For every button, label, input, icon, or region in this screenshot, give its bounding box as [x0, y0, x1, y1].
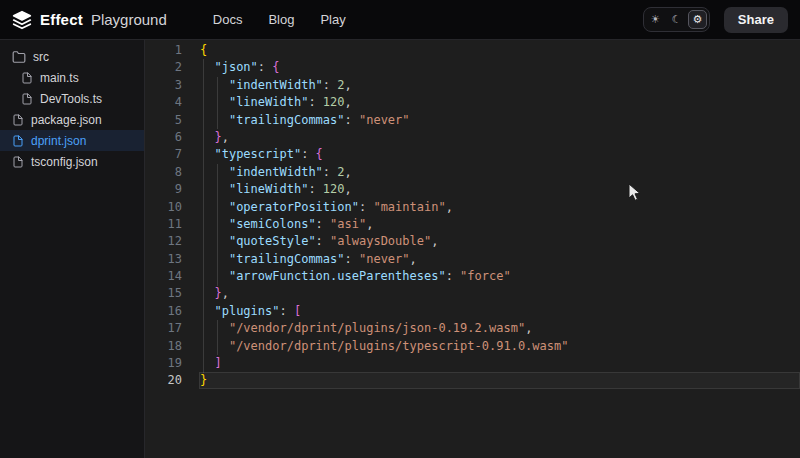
nav-link-play[interactable]: Play: [320, 12, 345, 27]
code-line[interactable]: "plugins": [: [200, 303, 568, 320]
code-line[interactable]: }: [200, 372, 568, 389]
folder-icon: [12, 50, 26, 64]
code-line[interactable]: "indentWidth": 2,: [200, 77, 568, 94]
code-line[interactable]: "trailingCommas": "never",: [200, 251, 568, 268]
file-tree: srcmain.tsDevTools.tspackage.jsondprint.…: [0, 40, 145, 458]
code-line[interactable]: "/vendor/dprint/plugins/typescript-0.91.…: [200, 338, 568, 355]
line-number: 12: [145, 233, 182, 250]
main-area: srcmain.tsDevTools.tspackage.jsondprint.…: [0, 40, 800, 458]
file-label: main.ts: [40, 71, 79, 85]
code-line[interactable]: "/vendor/dprint/plugins/json-0.19.2.wasm…: [200, 320, 568, 337]
sidebar-item-main-ts[interactable]: main.ts: [0, 67, 144, 88]
share-button[interactable]: Share: [724, 7, 788, 33]
sidebar-item-dprint-json[interactable]: dprint.json: [0, 130, 144, 151]
code-content: { "json": { "indentWidth": 2, "lineWidth…: [200, 42, 568, 390]
line-number: 2: [145, 59, 182, 76]
line-number-gutter: 1234567891011121314151617181920: [145, 42, 182, 390]
line-number: 17: [145, 320, 182, 337]
code-line[interactable]: "lineWidth": 120,: [200, 94, 568, 111]
file-icon: [12, 156, 24, 168]
code-line[interactable]: "indentWidth": 2,: [200, 164, 568, 181]
sidebar-item-src[interactable]: src: [0, 46, 144, 67]
line-number: 1: [145, 42, 182, 59]
line-number: 18: [145, 338, 182, 355]
code-line[interactable]: "lineWidth": 120,: [200, 181, 568, 198]
nav-link-blog[interactable]: Blog: [268, 12, 294, 27]
brand-title: Effect: [40, 11, 83, 28]
brand-link[interactable]: Effect Playground: [12, 10, 167, 30]
nav-link-docs[interactable]: Docs: [213, 12, 243, 27]
line-number: 19: [145, 355, 182, 372]
code-line[interactable]: "quoteStyle": "alwaysDouble",: [200, 233, 568, 250]
file-icon: [21, 93, 33, 105]
sidebar-item-tsconfig-json[interactable]: tsconfig.json: [0, 151, 144, 172]
line-number: 6: [145, 129, 182, 146]
code-line[interactable]: },: [200, 129, 568, 146]
line-number: 7: [145, 146, 182, 163]
code-line[interactable]: {: [200, 42, 568, 59]
code-editor[interactable]: 1234567891011121314151617181920 { "json"…: [145, 40, 800, 458]
line-number: 10: [145, 199, 182, 216]
theme-dark-button[interactable]: ☾: [667, 10, 686, 29]
file-label: package.json: [31, 113, 102, 127]
file-icon: [12, 135, 24, 147]
file-label: tsconfig.json: [31, 155, 98, 169]
file-label: src: [33, 50, 49, 64]
sidebar-item-package-json[interactable]: package.json: [0, 109, 144, 130]
line-number: 4: [145, 94, 182, 111]
effect-logo-icon: [12, 10, 32, 30]
line-number: 13: [145, 251, 182, 268]
file-icon: [12, 114, 24, 126]
code-line[interactable]: "trailingCommas": "never": [200, 112, 568, 129]
file-label: DevTools.ts: [40, 92, 102, 106]
code-line[interactable]: "operatorPosition": "maintain",: [200, 199, 568, 216]
code-line[interactable]: "json": {: [200, 59, 568, 76]
line-number: 15: [145, 285, 182, 302]
file-label: dprint.json: [31, 134, 86, 148]
line-number: 14: [145, 268, 182, 285]
line-number: 20: [145, 372, 182, 389]
line-number: 5: [145, 112, 182, 129]
line-number: 9: [145, 181, 182, 198]
line-number: 3: [145, 77, 182, 94]
code-line[interactable]: },: [200, 285, 568, 302]
main-nav: DocsBlogPlay: [213, 12, 346, 27]
code-line[interactable]: "semiColons": "asi",: [200, 216, 568, 233]
file-icon: [21, 72, 33, 84]
theme-system-button[interactable]: ⚙: [688, 10, 707, 29]
sidebar-item-DevTools-ts[interactable]: DevTools.ts: [0, 88, 144, 109]
header: Effect Playground DocsBlogPlay ☀☾⚙ Share: [0, 0, 800, 40]
line-number: 16: [145, 303, 182, 320]
code-line[interactable]: ]: [200, 355, 568, 372]
theme-toggle: ☀☾⚙: [643, 7, 710, 32]
code-line[interactable]: "arrowFunction.useParentheses": "force": [200, 268, 568, 285]
brand-subtitle: Playground: [91, 11, 167, 28]
header-right: ☀☾⚙ Share: [643, 7, 788, 33]
code-line[interactable]: "typescript": {: [200, 146, 568, 163]
theme-light-button[interactable]: ☀: [646, 10, 665, 29]
line-number: 8: [145, 164, 182, 181]
line-number: 11: [145, 216, 182, 233]
app-root: Effect Playground DocsBlogPlay ☀☾⚙ Share…: [0, 0, 800, 458]
